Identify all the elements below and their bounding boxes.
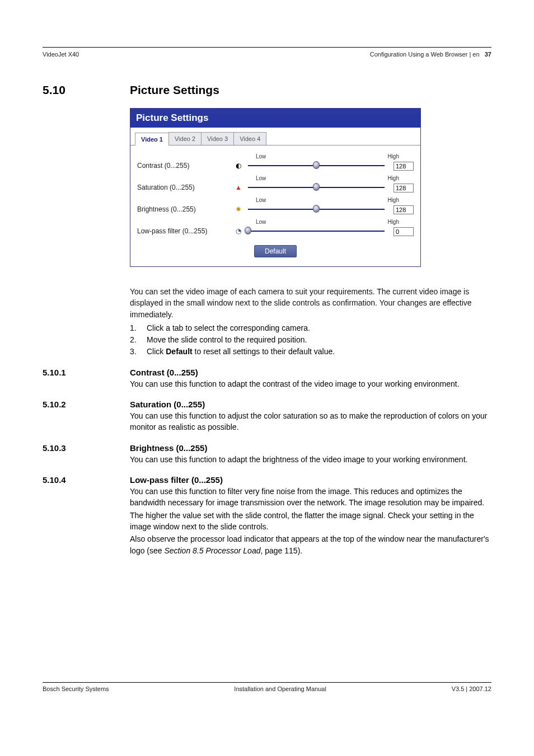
slider-row: Low-pass filter (0...255)◔ (137, 226, 414, 236)
slider-row: Contrast (0...255)◐ (137, 161, 414, 171)
slider-thumb[interactable] (313, 205, 320, 213)
subsection: 5.10.2Saturation (0...255)You can use th… (43, 400, 491, 433)
page-header: VideoJet X40 Configuration Using a Web B… (43, 51, 491, 58)
subsection-title: Brightness (0...255) (130, 443, 207, 453)
controls-area: LowHighContrast (0...255)◐LowHighSaturat… (130, 145, 420, 266)
subsection: 5.10.1Contrast (0...255)You can use this… (43, 368, 491, 389)
section-title: Picture Settings (130, 83, 219, 97)
steps-list: 1.Click a tab to select the correspondin… (130, 322, 491, 358)
slider-thumb[interactable] (313, 183, 320, 191)
page-number: 37 (485, 51, 491, 58)
tab-video-4[interactable]: Video 4 (233, 132, 266, 145)
step-1: 1.Click a tab to select the correspondin… (130, 322, 491, 334)
section-number: 5.10 (43, 83, 130, 97)
subsection-text: You can use this function to adapt the c… (130, 378, 491, 389)
slider-row: Brightness (0...255)✸ (137, 204, 414, 214)
slider-value-input[interactable] (394, 205, 414, 214)
slider-icon: ✸ (232, 205, 245, 213)
subsection-number: 5.10.3 (43, 443, 130, 453)
high-label: High (386, 175, 414, 181)
intro-paragraph: You can set the video image of each came… (130, 286, 491, 320)
low-label: Low (256, 219, 278, 225)
footer-left: Bosch Security Systems (43, 685, 109, 692)
slider-row: Saturation (0...255)▲ (137, 182, 414, 192)
tab-video-2[interactable]: Video 2 (168, 132, 202, 145)
slider-value-input[interactable] (394, 184, 414, 192)
low-label: Low (256, 197, 278, 203)
subsection-title: Saturation (0...255) (130, 400, 205, 409)
settings-panel: Picture Settings Video 1 Video 2 Video 3… (130, 108, 421, 267)
high-label: High (386, 153, 414, 159)
step-3: 3.Click Default to reset all settings to… (130, 346, 491, 358)
slider-label: Contrast (0...255) (137, 162, 232, 170)
subsection-number: 5.10.4 (43, 475, 130, 485)
slider-label: Brightness (0...255) (137, 205, 232, 213)
section-heading: 5.10 Picture Settings (43, 83, 491, 97)
subsection-title: Contrast (0...255) (130, 368, 198, 377)
low-label: Low (256, 175, 278, 181)
subsection-text: You can use this function to adapt the b… (130, 454, 491, 465)
subsection-text: You can use this function to adjust the … (130, 410, 491, 433)
default-button[interactable]: Default (254, 245, 297, 257)
low-label: Low (256, 153, 278, 159)
footer-right: V3.5 | 2007.12 (452, 685, 491, 692)
tab-video-1[interactable]: Video 1 (135, 133, 169, 145)
slider-icon: ◐ (232, 162, 245, 170)
subsection-text: Also observe the processor load indicato… (130, 533, 491, 556)
subsection-text: You can use this function to filter very… (130, 486, 491, 509)
tab-row: Video 1 Video 2 Video 3 Video 4 (130, 128, 420, 145)
high-label: High (386, 219, 414, 225)
header-rule (43, 47, 491, 48)
slider-track[interactable] (245, 162, 388, 170)
slider-label: Low-pass filter (0...255) (137, 227, 232, 235)
step-2: 2.Move the slide control to the required… (130, 334, 491, 346)
footer-center: Installation and Operating Manual (234, 685, 326, 692)
page-footer: Bosch Security Systems Installation and … (43, 682, 491, 692)
slider-track[interactable] (245, 205, 388, 213)
slider-icon: ▲ (232, 184, 245, 191)
subsection-5-10-4: 5.10.4 Low-pass filter (0...255) You can… (43, 475, 491, 556)
header-left: VideoJet X40 (43, 51, 79, 58)
slider-thumb[interactable] (245, 227, 251, 234)
slider-value-input[interactable] (394, 227, 414, 236)
slider-track[interactable] (245, 184, 388, 191)
subsection-number: 5.10.1 (43, 368, 130, 377)
slider-track[interactable] (245, 227, 388, 235)
slider-thumb[interactable] (313, 161, 320, 169)
slider-icon: ◔ (232, 227, 245, 235)
slider-value-input[interactable] (394, 162, 414, 171)
subsection-title: Low-pass filter (0...255) (130, 475, 223, 485)
panel-title: Picture Settings (130, 109, 420, 128)
subsection: 5.10.3Brightness (0...255)You can use th… (43, 443, 491, 465)
subsection-text: The higher the value set with the slide … (130, 510, 491, 533)
subsection-number: 5.10.2 (43, 400, 130, 409)
header-right: Configuration Using a Web Browser | en 3… (370, 51, 491, 58)
tab-video-3[interactable]: Video 3 (201, 132, 234, 145)
slider-label: Saturation (0...255) (137, 184, 232, 191)
high-label: High (386, 197, 414, 203)
